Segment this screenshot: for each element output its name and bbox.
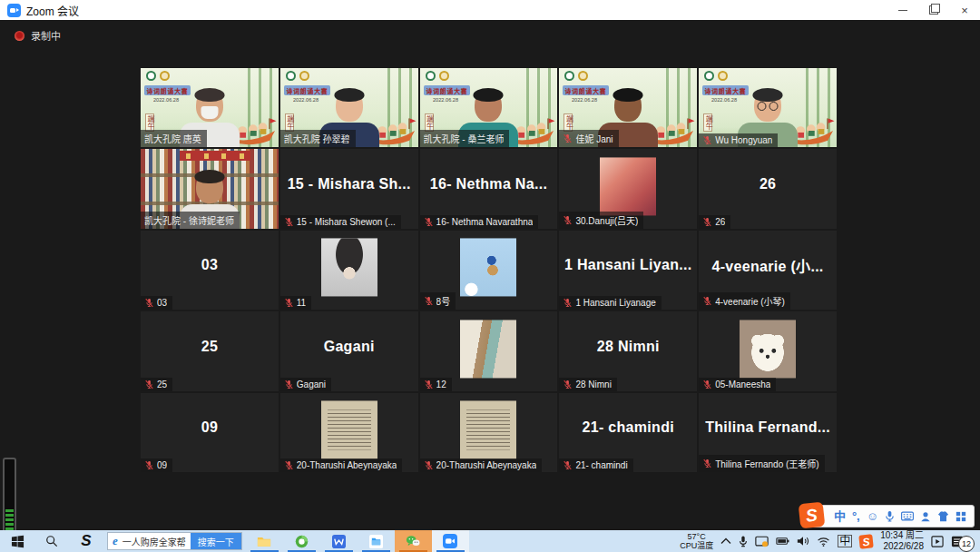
muted-mic-icon bbox=[424, 217, 434, 227]
documents-app-icon[interactable] bbox=[358, 530, 395, 552]
zoom-window: Zoom 会议 × 录制中 诗词朗诵大赛2022.06.28端午凯大孔院 唐英诗… bbox=[0, 0, 980, 552]
participant-tile[interactable]: 28 Nimni28 Nimni bbox=[559, 311, 697, 390]
avatar-selfie bbox=[600, 158, 656, 216]
participant-name-label: 16- Nethma Navarathna bbox=[420, 215, 539, 229]
taskbar-search-icon[interactable] bbox=[34, 530, 69, 552]
restore-button[interactable] bbox=[918, 0, 949, 20]
participant-tile[interactable]: 凯大孔院 - 徐诗妮老师 bbox=[141, 149, 279, 228]
sogou-logo-icon[interactable]: S bbox=[799, 502, 826, 529]
participant-tile[interactable]: 15 - Mishara Sh...15 - Mishara Shewon (.… bbox=[280, 149, 418, 228]
wechat-icon[interactable] bbox=[395, 530, 432, 552]
participant-tile[interactable]: 16- Nethma Na...16- Nethma Navarathna bbox=[420, 149, 558, 228]
avatar-quote bbox=[460, 401, 516, 459]
participant-tile[interactable]: 2525 bbox=[141, 311, 279, 390]
participant-tile[interactable]: 21- chamindi21- chamindi bbox=[559, 393, 697, 472]
participant-name-label: Wu Hongyuan bbox=[699, 133, 778, 147]
avatar-bear bbox=[740, 320, 796, 378]
participant-tile[interactable]: 诗词朗诵大赛2022.06.28端午凯大孔院 - 桑兰老师 bbox=[420, 68, 558, 147]
confucius-institute-logo-icon bbox=[146, 71, 156, 81]
festival-label: 端午 bbox=[564, 113, 573, 132]
taskbar-search-widget[interactable]: e 一人购房全家帮 搜索一下 bbox=[107, 532, 242, 550]
start-button[interactable] bbox=[0, 530, 34, 552]
ime-punctuation-toggle[interactable]: °, bbox=[852, 510, 860, 522]
participant-tile[interactable]: 诗词朗诵大赛2022.06.28端午Wu Hongyuan bbox=[699, 68, 837, 147]
avatar-quote bbox=[321, 401, 377, 459]
notification-center-icon[interactable]: 12 bbox=[951, 530, 975, 552]
muted-mic-icon bbox=[563, 298, 573, 308]
muted-mic-icon bbox=[144, 460, 154, 470]
muted-mic-icon bbox=[424, 380, 434, 389]
participant-display-name: 28 Nimni bbox=[559, 311, 697, 381]
participant-tile[interactable]: Thilina Fernand...Thilina Fernando (王老师) bbox=[699, 393, 837, 472]
search-widget-text[interactable]: 一人购房全家帮 bbox=[122, 535, 186, 548]
zoom-taskbar-icon[interactable] bbox=[432, 530, 469, 552]
wps-icon[interactable] bbox=[320, 530, 358, 552]
sogou-ime-bar[interactable]: S 中 °, ☺ bbox=[809, 505, 975, 527]
participant-tile[interactable]: 0909 bbox=[141, 393, 279, 472]
tray-mic-icon[interactable] bbox=[739, 535, 748, 547]
notification-count-badge[interactable]: 12 bbox=[958, 536, 975, 552]
ime-skin-icon[interactable] bbox=[937, 511, 949, 522]
search-widget-button[interactable]: 搜索一下 bbox=[191, 533, 241, 549]
participant-tile[interactable]: 4-veenarie (小...4-veenarie (小琴) bbox=[699, 231, 837, 310]
participant-tile[interactable]: 12 bbox=[420, 311, 558, 390]
participant-tile[interactable]: 30.Danuji(吕天) bbox=[559, 149, 697, 228]
participant-tile[interactable]: 20-Tharushi Abeynayaka bbox=[420, 393, 558, 472]
ime-keyboard-icon[interactable] bbox=[901, 511, 914, 521]
participant-tile[interactable]: 05-Maneesha bbox=[699, 311, 837, 390]
muted-mic-icon bbox=[284, 217, 294, 227]
participants-grid: 诗词朗诵大赛2022.06.28端午凯大孔院 唐英诗词朗诵大赛2022.06.2… bbox=[141, 68, 837, 472]
tray-screen-capture-icon[interactable] bbox=[755, 536, 769, 547]
confucius-institute-logo-icon bbox=[286, 71, 296, 81]
participant-display-name: 1 Hansani Liyan... bbox=[559, 231, 697, 301]
file-explorer-icon[interactable] bbox=[246, 530, 283, 552]
participant-tile[interactable]: 诗词朗诵大赛2022.06.28端午凯大孔院 唐英 bbox=[141, 68, 279, 147]
meeting-area: 录制中 诗词朗诵大赛2022.06.28端午凯大孔院 唐英诗词朗诵大赛2022.… bbox=[0, 20, 980, 530]
ime-account-icon[interactable] bbox=[920, 511, 931, 522]
minimize-button[interactable] bbox=[887, 0, 918, 20]
festival-label: 端午 bbox=[425, 113, 434, 132]
participant-tile[interactable]: 20-Tharushi Abeynayaka bbox=[280, 393, 418, 472]
participant-tile[interactable]: GaganiGagani bbox=[280, 311, 418, 390]
ime-voice-icon[interactable] bbox=[885, 510, 895, 522]
muted-mic-icon bbox=[702, 217, 712, 227]
participant-name-label: Thilina Fernando (王老师) bbox=[699, 455, 824, 472]
tray-speaker-icon[interactable] bbox=[797, 536, 809, 547]
taskbar: S e 一人购房全家帮 搜索一下 57°C CPU温度 bbox=[0, 530, 980, 552]
cpu-temperature[interactable]: 57°C CPU温度 bbox=[680, 532, 713, 551]
close-button[interactable]: × bbox=[949, 0, 980, 20]
muted-mic-icon bbox=[424, 460, 434, 470]
participant-display-name: 03 bbox=[141, 231, 279, 301]
muted-mic-icon bbox=[702, 296, 712, 306]
participant-tile[interactable]: 诗词朗诵大赛2022.06.28端午佳妮 Jani bbox=[559, 68, 697, 147]
title-bar: Zoom 会议 × bbox=[0, 0, 980, 20]
participant-name-label: 20-Tharushi Abeynayaka bbox=[420, 458, 543, 472]
confucius-institute-logo-icon bbox=[564, 71, 574, 81]
participant-name-label: 佳妮 Jani bbox=[559, 130, 618, 147]
participant-tile[interactable]: 2626 bbox=[699, 149, 837, 228]
window-controls: × bbox=[887, 0, 980, 20]
tray-clock[interactable]: 10:34 周二 2022/6/28 bbox=[880, 530, 924, 552]
tray-wifi-icon[interactable] bbox=[817, 537, 830, 547]
ime-emoji-icon[interactable]: ☺ bbox=[867, 510, 878, 522]
browser-360-icon[interactable] bbox=[283, 530, 320, 552]
tray-chevron-icon[interactable] bbox=[720, 537, 731, 545]
participant-tile[interactable]: 8号 bbox=[420, 231, 558, 310]
ime-toolbox-icon[interactable] bbox=[956, 511, 966, 522]
participant-display-name: Gagani bbox=[280, 311, 418, 381]
muted-mic-icon bbox=[563, 215, 573, 225]
ime-mode-toggle[interactable]: 中 bbox=[834, 510, 846, 522]
participant-name-label: 1 Hansani Liyanage bbox=[559, 296, 661, 310]
muted-mic-icon bbox=[284, 460, 294, 470]
tray-media-icon[interactable] bbox=[931, 536, 944, 547]
participant-tile[interactable]: 诗词朗诵大赛2022.06.28端午凯大孔院 孙翠碧 bbox=[280, 68, 418, 147]
participant-tile[interactable]: 1 Hansani Liyan...1 Hansani Liyanage bbox=[559, 231, 697, 310]
sogou-taskbar-icon[interactable]: S bbox=[69, 530, 103, 552]
tray-ime-mode[interactable]: 中 bbox=[838, 535, 852, 547]
tray-battery-icon[interactable] bbox=[776, 537, 789, 546]
tray-sogou-icon[interactable]: S bbox=[858, 534, 873, 548]
participant-display-name: Thilina Fernand... bbox=[699, 393, 837, 463]
participant-tile[interactable]: 0303 bbox=[141, 231, 279, 310]
participant-tile[interactable]: 11 bbox=[280, 231, 418, 310]
participant-name-label: 30.Danuji(吕天) bbox=[559, 212, 643, 229]
